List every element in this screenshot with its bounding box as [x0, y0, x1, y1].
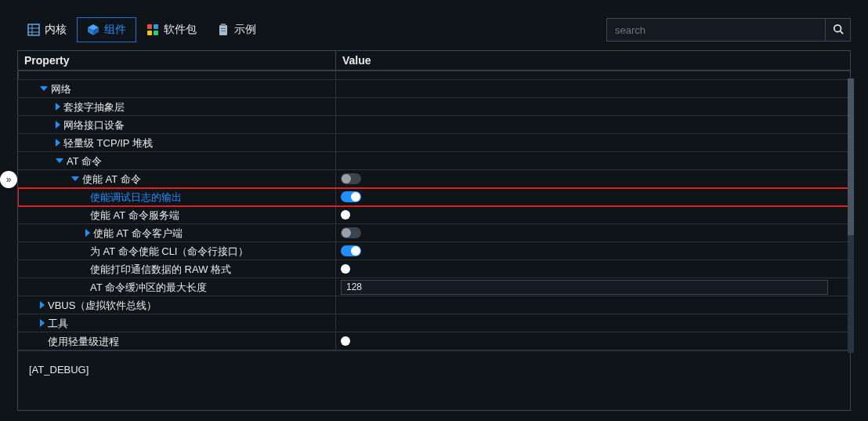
svg-rect-13 [221, 28, 226, 29]
search-icon [833, 24, 844, 37]
chevron-down-icon [40, 86, 48, 91]
tab-packages[interactable]: 软件包 [136, 17, 207, 42]
row-enable-at[interactable]: 使能 AT 命令 [18, 170, 850, 188]
row-enable-at-client[interactable]: 使能 AT 命令客户端 [18, 224, 850, 242]
chevron-right-icon [56, 121, 60, 129]
toggle-enable-cli[interactable] [341, 245, 361, 256]
chevron-down-icon [71, 176, 79, 181]
search-button[interactable] [826, 18, 851, 42]
row-enable-at-server[interactable]: 使能 AT 命令服务端 [18, 206, 850, 224]
row-at-cmd[interactable]: AT 命令 [18, 152, 850, 170]
row-socket-abs[interactable]: 套接字抽象层 [18, 98, 850, 116]
chevron-right-icon [40, 319, 45, 327]
radio-enable-at-server[interactable] [341, 210, 350, 220]
search-wrap [606, 18, 851, 42]
tab-components-label: 组件 [104, 23, 126, 37]
tree-rows: 网络 套接字抽象层 网络接口设备 [18, 71, 850, 410]
tab-bar: 内核 组件 软件包 示例 [17, 16, 851, 44]
tab-kernel-label: 内核 [45, 23, 67, 37]
svg-rect-7 [147, 24, 152, 29]
apps-icon [146, 24, 159, 36]
description-area: [AT_DEBUG] [18, 350, 850, 410]
row-lwp[interactable]: 使用轻量级进程 [18, 332, 850, 350]
tab-examples[interactable]: 示例 [207, 17, 266, 42]
svg-rect-9 [147, 31, 152, 35]
scrollbar-vertical[interactable] [848, 78, 854, 353]
tab-examples-label: 示例 [234, 23, 256, 37]
chevron-right-icon [56, 139, 60, 147]
table-header: Property Value [18, 51, 850, 71]
grid-icon [27, 24, 40, 36]
truncated-row [18, 71, 850, 80]
input-buf-len[interactable] [341, 280, 828, 295]
chevron-down-icon [56, 158, 63, 163]
description-text: [AT_DEBUG] [29, 364, 89, 376]
svg-rect-0 [28, 24, 39, 35]
side-expand-handle[interactable]: » [0, 171, 17, 188]
toggle-enable-at-client[interactable] [341, 227, 361, 238]
svg-rect-10 [154, 31, 158, 35]
chevron-right-icon [85, 229, 90, 237]
cube-icon [87, 24, 99, 36]
header-value: Value [336, 51, 850, 70]
search-input[interactable] [606, 18, 826, 42]
scrollbar-thumb[interactable] [848, 78, 854, 235]
svg-point-15 [834, 24, 841, 31]
row-enable-cli[interactable]: 为 AT 命令使能 CLI（命令行接口） [18, 242, 850, 260]
svg-rect-8 [154, 24, 158, 29]
row-tools[interactable]: 工具 [18, 314, 850, 332]
row-lwip[interactable]: 轻量级 TCP/IP 堆栈 [18, 134, 850, 152]
row-vbus[interactable]: VBUS（虚拟软件总线） [18, 296, 850, 314]
header-property: Property [18, 51, 336, 70]
row-net-if[interactable]: 网络接口设备 [18, 116, 850, 134]
svg-rect-12 [221, 24, 226, 26]
toggle-enable-at[interactable] [341, 173, 361, 184]
svg-rect-11 [219, 25, 227, 35]
tab-components[interactable]: 组件 [77, 17, 136, 42]
row-enable-debug-log[interactable]: 使能调试日志的输出 [18, 188, 850, 206]
radio-enable-raw[interactable] [341, 264, 350, 274]
row-enable-raw[interactable]: 使能打印通信数据的 RAW 格式 [18, 260, 850, 278]
tab-packages-label: 软件包 [164, 23, 197, 37]
row-buf-len[interactable]: AT 命令缓冲区的最大长度 [18, 278, 850, 296]
row-network[interactable]: 网络 [18, 80, 850, 98]
svg-rect-14 [221, 31, 226, 31]
clipboard-icon [217, 24, 230, 36]
radio-lwp[interactable] [341, 336, 350, 346]
chevrons-right-icon: » [6, 174, 12, 185]
svg-line-16 [840, 31, 843, 34]
chevron-right-icon [56, 103, 60, 111]
tab-kernel[interactable]: 内核 [17, 17, 77, 42]
toggle-enable-debug-log[interactable] [341, 191, 361, 202]
chevron-right-icon [40, 301, 45, 309]
config-panel: Property Value 网络 套接字抽象层 [17, 50, 851, 411]
